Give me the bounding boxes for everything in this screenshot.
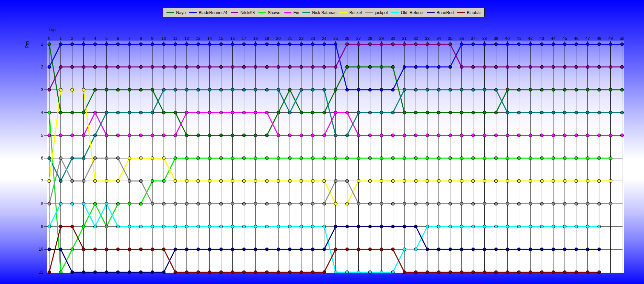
series-marker-fin bbox=[139, 134, 142, 137]
pos-tick-label: 4 bbox=[41, 110, 43, 115]
pos-tick-label: 6 bbox=[41, 156, 43, 161]
series-marker-nayo bbox=[71, 111, 74, 114]
series-marker-nilski98 bbox=[575, 65, 578, 68]
series-marker-nilski98 bbox=[300, 65, 303, 68]
series-marker-nayo bbox=[105, 88, 108, 91]
series-marker-jackpot bbox=[197, 202, 200, 205]
series-marker-jackpot bbox=[323, 202, 326, 205]
series-marker-nayo bbox=[254, 134, 257, 137]
series-marker-bladerunner74 bbox=[254, 43, 257, 46]
series-marker-buckel bbox=[288, 179, 291, 183]
series-marker-fin bbox=[598, 134, 601, 137]
series-marker-nilski98 bbox=[197, 65, 200, 68]
series-marker-shawn bbox=[575, 157, 578, 160]
series-marker-nick-satanas bbox=[116, 111, 119, 114]
series-marker-brianred bbox=[414, 225, 417, 228]
lap-tick-label: 9 bbox=[151, 36, 153, 41]
series-marker-jackpot bbox=[426, 202, 429, 205]
series-marker-buckel bbox=[48, 179, 51, 183]
series-marker-blaubär bbox=[265, 271, 268, 274]
series-marker-brianred bbox=[242, 248, 245, 251]
series-marker-nick-satanas bbox=[277, 88, 280, 91]
series-marker-bladerunner74 bbox=[460, 43, 463, 46]
lap-tick-label: 4 bbox=[94, 36, 96, 41]
series-marker-fin bbox=[563, 134, 566, 137]
series-marker-blaubär bbox=[346, 248, 349, 251]
lap-tick-label: 16 bbox=[230, 36, 235, 41]
series-marker-bladerunner74 bbox=[139, 43, 142, 46]
series-marker-buckel bbox=[311, 179, 314, 183]
series-marker-old_refoniz bbox=[300, 225, 303, 228]
series-marker-nayo bbox=[609, 88, 612, 91]
series-marker-brianred bbox=[586, 248, 589, 251]
series-marker-blaubär bbox=[357, 248, 360, 251]
series-marker-fin bbox=[483, 134, 486, 137]
series-marker-fin bbox=[334, 111, 337, 114]
series-marker-brianred bbox=[380, 225, 383, 228]
series-marker-old_refoniz bbox=[575, 225, 578, 228]
series-marker-brianred bbox=[288, 248, 291, 251]
series-marker-old_refoniz bbox=[93, 225, 96, 228]
series-marker-blaubär bbox=[139, 248, 142, 251]
series-marker-nayo bbox=[449, 111, 452, 114]
series-marker-jackpot bbox=[437, 202, 440, 205]
series-marker-blaubär bbox=[414, 271, 417, 274]
series-marker-buckel bbox=[472, 179, 475, 183]
series-marker-nick-satanas bbox=[529, 111, 532, 114]
lap-tick-label: 3 bbox=[82, 36, 85, 41]
series-marker-nayo bbox=[472, 111, 475, 114]
series-marker-bladerunner74 bbox=[414, 65, 417, 68]
series-marker-old_refoniz bbox=[426, 225, 429, 228]
series-marker-jackpot bbox=[82, 179, 85, 183]
series-marker-nick-satanas bbox=[323, 88, 326, 91]
series-marker-shawn bbox=[391, 157, 394, 160]
series-marker-nick-satanas bbox=[449, 88, 452, 91]
series-marker-buckel bbox=[380, 179, 383, 183]
series-marker-old_refoniz bbox=[368, 271, 371, 274]
series-marker-jackpot bbox=[380, 202, 383, 205]
series-marker-buckel bbox=[334, 202, 337, 205]
series-marker-nayo bbox=[552, 88, 555, 91]
series-marker-brianred bbox=[277, 248, 280, 251]
lap-tick-label: 41 bbox=[517, 36, 521, 41]
series-marker-nilski98 bbox=[380, 43, 383, 46]
series-marker-bladerunner74 bbox=[105, 43, 108, 46]
series-marker-bladerunner74 bbox=[494, 43, 497, 46]
series-marker-nilski98 bbox=[185, 65, 188, 68]
series-marker-fin bbox=[426, 134, 429, 137]
series-marker-old_refoniz bbox=[472, 225, 475, 228]
series-marker-nick-satanas bbox=[105, 111, 108, 114]
series-marker-buckel bbox=[93, 179, 96, 183]
series-marker-fin bbox=[197, 111, 200, 114]
series-marker-fin bbox=[48, 134, 51, 137]
series-marker-old_refoniz bbox=[277, 225, 280, 228]
lap-tick-label: 15 bbox=[219, 36, 223, 41]
series-marker-nayo bbox=[414, 111, 417, 114]
series-marker-nayo bbox=[494, 111, 497, 114]
series-marker-nayo bbox=[529, 88, 532, 91]
series-marker-nayo bbox=[185, 134, 188, 137]
series-marker-jackpot bbox=[540, 202, 543, 205]
series-marker-shawn bbox=[277, 157, 280, 160]
series-marker-jackpot bbox=[71, 179, 74, 183]
series-marker-shawn bbox=[334, 157, 337, 160]
series-marker-shawn bbox=[323, 157, 326, 160]
series-marker-nilski98 bbox=[231, 65, 234, 68]
series-marker-old_refoniz bbox=[563, 225, 566, 228]
series-marker-jackpot bbox=[48, 202, 51, 205]
series-marker-jackpot bbox=[391, 202, 394, 205]
series-marker-brianred bbox=[59, 248, 62, 251]
series-marker-buckel bbox=[277, 179, 280, 183]
series-marker-shawn bbox=[71, 248, 74, 251]
series-marker-nick-satanas bbox=[71, 157, 74, 160]
series-marker-nilski98 bbox=[82, 65, 85, 68]
series-marker-nayo bbox=[174, 111, 177, 114]
series-marker-brianred bbox=[208, 248, 211, 251]
series-marker-bladerunner74 bbox=[208, 43, 211, 46]
series-marker-brianred bbox=[517, 248, 520, 251]
pos-tick-label: 9 bbox=[41, 224, 43, 229]
series-marker-nick-satanas bbox=[506, 111, 509, 114]
series-marker-shawn bbox=[598, 157, 601, 160]
series-marker-blaubär bbox=[93, 248, 96, 251]
series-marker-old_refoniz bbox=[105, 202, 108, 205]
